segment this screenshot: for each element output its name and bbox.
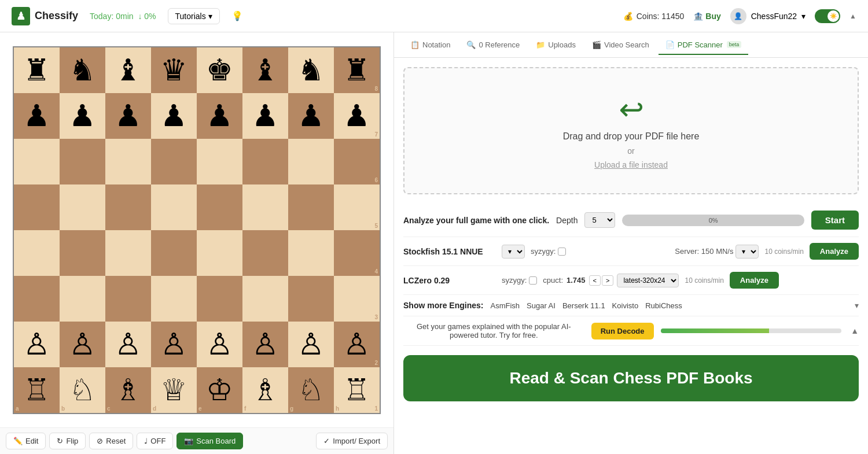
- stockfish-syzygy-checkbox[interactable]: [558, 248, 566, 256]
- tab-notation[interactable]: 📋 Notation: [403, 36, 457, 55]
- board-cell[interactable]: ♟: [14, 93, 60, 139]
- board-cell[interactable]: [151, 276, 197, 322]
- stockfish-analyze-button[interactable]: Analyze: [810, 243, 859, 260]
- depth-select[interactable]: 5101520: [584, 212, 615, 228]
- cpuct-increase-button[interactable]: >: [602, 275, 613, 286]
- upload-link[interactable]: Upload a file instead: [594, 160, 668, 169]
- stockfish-server-select[interactable]: ▾: [735, 245, 759, 259]
- flip-button[interactable]: ↻ Flip: [49, 433, 86, 449]
- engine-rubichess[interactable]: RubiChess: [645, 301, 682, 310]
- board-cell[interactable]: [151, 230, 197, 276]
- board-cell[interactable]: ♙: [14, 322, 60, 367]
- scan-board-button[interactable]: 📷 Scan Board: [176, 433, 243, 449]
- board-cell[interactable]: 5: [334, 184, 380, 230]
- board-cell[interactable]: ♕d: [151, 367, 197, 413]
- engine-sugarai[interactable]: Sugar AI: [527, 301, 556, 310]
- board-cell[interactable]: ♗c: [105, 367, 151, 413]
- board-cell[interactable]: ♞: [60, 47, 105, 93]
- board-cell[interactable]: [242, 139, 288, 184]
- start-button[interactable]: Start: [811, 211, 859, 230]
- board-cell[interactable]: ♟7: [334, 93, 380, 139]
- board-cell[interactable]: ♞: [288, 47, 334, 93]
- board-cell[interactable]: ♜: [14, 47, 60, 93]
- board-cell[interactable]: ♘b: [60, 367, 105, 413]
- board-cell[interactable]: [60, 230, 105, 276]
- board-cell[interactable]: [242, 184, 288, 230]
- edit-button[interactable]: ✏️ Edit: [6, 433, 46, 449]
- engine-koivisto[interactable]: Koivisto: [612, 301, 639, 310]
- expand-engines-icon[interactable]: ▾: [855, 301, 859, 310]
- reset-button[interactable]: ⊘ Reset: [89, 433, 133, 449]
- pdf-drop-zone[interactable]: ↪ Drag and drop your PDF file here or Up…: [403, 67, 859, 194]
- engine-berserk[interactable]: Berserk 11.1: [562, 301, 605, 310]
- board-cell[interactable]: ♙: [242, 322, 288, 367]
- board-cell[interactable]: ♟: [60, 93, 105, 139]
- board-cell[interactable]: ♗f: [242, 367, 288, 413]
- buy-button[interactable]: 🏦 Buy: [693, 12, 720, 21]
- board-cell[interactable]: [14, 184, 60, 230]
- board-cell[interactable]: ♙: [60, 322, 105, 367]
- board-cell[interactable]: ♙: [151, 322, 197, 367]
- board-cell[interactable]: [288, 230, 334, 276]
- tutorials-button[interactable]: Tutorials ▾: [168, 8, 220, 24]
- board-cell[interactable]: [197, 139, 242, 184]
- board-cell[interactable]: ♔e: [197, 367, 242, 413]
- board-cell[interactable]: 3: [334, 276, 380, 322]
- board-cell[interactable]: ♖1h: [334, 367, 380, 413]
- tab-pdf-scanner[interactable]: 📄 PDF Scanner beta: [659, 36, 749, 55]
- board-cell[interactable]: ♛: [151, 47, 197, 93]
- board-cell[interactable]: ♟: [151, 93, 197, 139]
- board-cell[interactable]: [105, 184, 151, 230]
- tab-reference[interactable]: 🔍 0 Reference: [459, 36, 527, 55]
- big-cta-button[interactable]: Read & Scan Chess PDF Books: [403, 355, 859, 401]
- board-cell[interactable]: ♘g: [288, 367, 334, 413]
- board-cell[interactable]: ♙: [197, 322, 242, 367]
- board-cell[interactable]: [14, 230, 60, 276]
- stockfish-version-select[interactable]: ▾: [502, 245, 525, 259]
- board-cell[interactable]: [105, 276, 151, 322]
- sound-button[interactable]: ♩ OFF: [137, 433, 173, 449]
- board-cell[interactable]: [288, 139, 334, 184]
- tab-video-search[interactable]: 🎬 Video Search: [585, 36, 656, 55]
- collapse-decode-icon[interactable]: ▲: [851, 326, 859, 335]
- board-cell[interactable]: ♙: [105, 322, 151, 367]
- board-cell[interactable]: ♜8: [334, 47, 380, 93]
- board-cell[interactable]: ♖a: [14, 367, 60, 413]
- board-cell[interactable]: ♚: [197, 47, 242, 93]
- board-cell[interactable]: [105, 230, 151, 276]
- user-area[interactable]: 👤 ChessFun22 ▾: [730, 8, 806, 24]
- board-cell[interactable]: ♙2: [334, 322, 380, 367]
- board-cell[interactable]: [60, 276, 105, 322]
- cpuct-decrease-button[interactable]: <: [589, 275, 601, 286]
- board-cell[interactable]: ♝: [242, 47, 288, 93]
- board-cell[interactable]: [151, 139, 197, 184]
- board-cell[interactable]: ♟: [242, 93, 288, 139]
- board-cell[interactable]: [151, 184, 197, 230]
- run-decode-button[interactable]: Run Decode: [591, 323, 654, 339]
- board-cell[interactable]: 6: [334, 139, 380, 184]
- lczero-model-select[interactable]: latest-320x24: [617, 274, 679, 287]
- board-cell[interactable]: [288, 276, 334, 322]
- board-cell[interactable]: [288, 184, 334, 230]
- engine-asmfish[interactable]: AsmFish: [490, 301, 520, 310]
- board-cell[interactable]: ♟: [105, 93, 151, 139]
- board-cell[interactable]: ♟: [197, 93, 242, 139]
- board-cell[interactable]: [60, 184, 105, 230]
- board-cell[interactable]: [105, 139, 151, 184]
- board-cell[interactable]: [14, 276, 60, 322]
- lczero-syzygy-checkbox[interactable]: [529, 276, 537, 285]
- board-cell[interactable]: [197, 230, 242, 276]
- board-cell[interactable]: [14, 139, 60, 184]
- lczero-analyze-button[interactable]: Analyze: [730, 272, 779, 289]
- board-cell[interactable]: [242, 230, 288, 276]
- board-cell[interactable]: ♝: [105, 47, 151, 93]
- board-cell[interactable]: [60, 139, 105, 184]
- board-cell[interactable]: ♙: [288, 322, 334, 367]
- board-cell[interactable]: 4: [334, 230, 380, 276]
- collapse-header-icon[interactable]: ▲: [849, 12, 856, 20]
- board-cell[interactable]: [242, 276, 288, 322]
- tab-uploads[interactable]: 📁 Uploads: [529, 36, 583, 55]
- import-export-button[interactable]: ✓ Import/ Export: [316, 433, 388, 449]
- board-cell[interactable]: [197, 276, 242, 322]
- theme-toggle[interactable]: ☀️: [815, 9, 840, 23]
